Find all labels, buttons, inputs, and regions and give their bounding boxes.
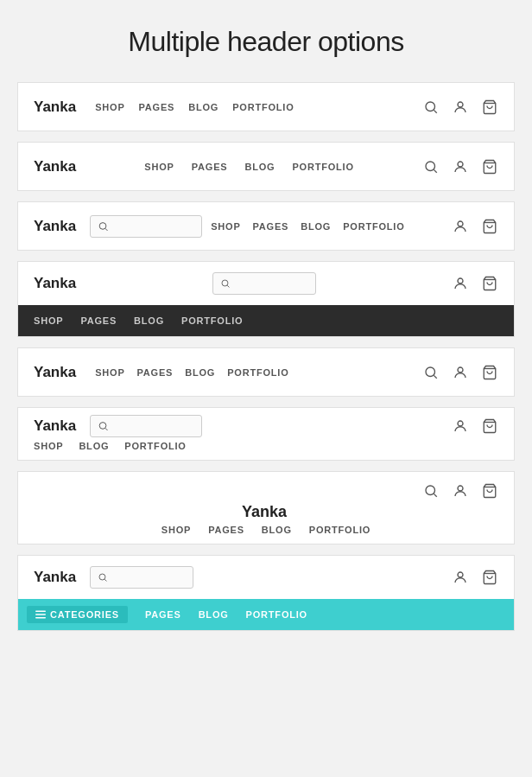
nav-blog-8[interactable]: BLOG: [199, 609, 229, 620]
svg-line-29: [104, 579, 106, 581]
svg-line-5: [434, 169, 436, 172]
svg-point-18: [458, 367, 463, 373]
nav-pages-2[interactable]: PAGES: [192, 162, 228, 172]
cart-icon-8[interactable]: [481, 569, 498, 586]
nav-shop-7[interactable]: SHOP: [162, 525, 191, 535]
svg-point-30: [458, 572, 463, 577]
nav-shop-3[interactable]: SHOP: [211, 221, 240, 232]
header-6-bottom: SHOP BLOG PORTFOLIO: [18, 441, 514, 460]
search-input-6[interactable]: [113, 418, 194, 434]
nav-shop-2[interactable]: SHOP: [144, 162, 174, 172]
nav-shop-4[interactable]: SHOP: [34, 315, 63, 326]
svg-point-10: [458, 221, 463, 226]
cart-icon-5[interactable]: [481, 364, 498, 381]
user-icon-2[interactable]: [452, 158, 469, 175]
categories-button[interactable]: CATEGORIES: [27, 606, 128, 623]
svg-point-28: [99, 574, 105, 580]
brand-5: Yanka: [34, 364, 76, 381]
search-icon-5[interactable]: [422, 364, 440, 381]
svg-line-13: [227, 285, 229, 287]
header-card-6: Yanka SHOP BLOG PORTFOLIO: [17, 407, 515, 461]
cart-icon-6[interactable]: [481, 417, 498, 435]
user-icon-8[interactable]: [452, 569, 469, 586]
nav-blog-1[interactable]: BLOG: [188, 102, 218, 112]
search-input-8[interactable]: [112, 570, 186, 585]
header-5-bar: Yanka SHOP PAGES BLOG PORTFOLIO: [18, 348, 514, 396]
nav-pages-1[interactable]: PAGES: [139, 102, 175, 112]
brand-2: Yanka: [34, 158, 76, 175]
cart-icon-1[interactable]: [481, 99, 498, 116]
nav-pages-5[interactable]: PAGES: [137, 367, 174, 378]
user-icon-7[interactable]: [452, 482, 469, 500]
search-icon-6: [98, 420, 109, 432]
header-3-bar: Yanka SHOP PAGES BLOG PORTFOLIO: [18, 202, 514, 250]
nav-blog-7[interactable]: BLOG: [262, 525, 292, 535]
nav-blog-4[interactable]: BLOG: [134, 315, 164, 326]
user-icon-6[interactable]: [452, 417, 469, 435]
header-6-top: Yanka: [18, 408, 514, 441]
nav-3: SHOP PAGES BLOG PORTFOLIO: [211, 221, 404, 232]
nav-7: SHOP PAGES BLOG PORTFOLIO: [162, 525, 370, 535]
cart-icon-2[interactable]: [481, 158, 498, 175]
svg-point-4: [426, 162, 435, 171]
nav-portfolio-4[interactable]: PORTFOLIO: [181, 315, 243, 326]
header-4-dark-bar: SHOP PAGES BLOG PORTFOLIO: [18, 305, 514, 336]
icons-4: [452, 275, 498, 292]
nav-portfolio-2[interactable]: PORTFOLIO: [292, 162, 353, 172]
search-box-3[interactable]: [90, 215, 202, 238]
header-card-3: Yanka SHOP PAGES BLOG PORTFOLIO: [17, 201, 515, 251]
cart-icon-4[interactable]: [481, 275, 498, 292]
nav-shop-5[interactable]: SHOP: [95, 367, 124, 378]
search-box-8[interactable]: [90, 566, 193, 589]
search-icon-8: [98, 571, 108, 583]
svg-rect-32: [35, 611, 46, 613]
nav-portfolio-5[interactable]: PORTFOLIO: [227, 367, 288, 378]
nav-portfolio-8[interactable]: PORTFOLIO: [246, 609, 307, 620]
svg-line-21: [105, 428, 107, 430]
search-input-4[interactable]: [234, 276, 307, 291]
svg-point-26: [458, 486, 463, 491]
user-icon-1[interactable]: [452, 99, 469, 116]
cart-icon-7[interactable]: [481, 482, 498, 500]
nav-portfolio-7[interactable]: PORTFOLIO: [309, 525, 370, 535]
nav-portfolio-6[interactable]: PORTFOLIO: [124, 441, 186, 451]
svg-point-22: [458, 421, 463, 426]
svg-rect-34: [35, 617, 46, 619]
nav-blog-6[interactable]: BLOG: [79, 441, 109, 451]
brand-4: Yanka: [34, 275, 76, 292]
nav-pages-8[interactable]: PAGES: [145, 609, 181, 620]
svg-line-9: [105, 228, 107, 230]
brand-3: Yanka: [34, 218, 76, 235]
search-icon-2[interactable]: [422, 158, 440, 175]
user-icon-3[interactable]: [452, 218, 469, 235]
user-icon-4[interactable]: [452, 275, 469, 292]
nav-blog-3[interactable]: BLOG: [301, 221, 331, 232]
search-icon-7[interactable]: [422, 482, 440, 500]
nav-shop-1[interactable]: SHOP: [95, 102, 124, 112]
nav-portfolio-3[interactable]: PORTFOLIO: [343, 221, 404, 232]
search-icon-4: [220, 277, 231, 290]
cart-icon-3[interactable]: [481, 218, 498, 235]
svg-point-24: [426, 486, 435, 495]
nav-blog-5[interactable]: BLOG: [185, 367, 215, 378]
search-box-4[interactable]: [212, 272, 316, 295]
nav-pages-7[interactable]: PAGES: [208, 525, 244, 535]
user-icon-5[interactable]: [452, 364, 469, 381]
svg-point-8: [99, 222, 106, 229]
search-input-3[interactable]: [113, 219, 194, 234]
header-8-bottom: CATEGORIES PAGES BLOG PORTFOLIO: [18, 599, 514, 630]
search-box-6[interactable]: [90, 415, 202, 437]
nav-pages-4[interactable]: PAGES: [80, 315, 117, 326]
svg-point-0: [426, 102, 435, 111]
menu-icon: [35, 609, 46, 620]
nav-shop-6[interactable]: SHOP: [34, 441, 63, 451]
nav-blog-2[interactable]: BLOG: [244, 162, 275, 172]
icons-3: [452, 218, 498, 235]
search-icon-1[interactable]: [422, 99, 440, 116]
brand-1: Yanka: [34, 99, 76, 116]
nav-pages-3[interactable]: PAGES: [253, 221, 289, 232]
svg-point-12: [222, 280, 228, 286]
nav-portfolio-1[interactable]: PORTFOLIO: [232, 102, 294, 112]
svg-line-1: [434, 110, 436, 112]
categories-label: CATEGORIES: [50, 609, 119, 620]
